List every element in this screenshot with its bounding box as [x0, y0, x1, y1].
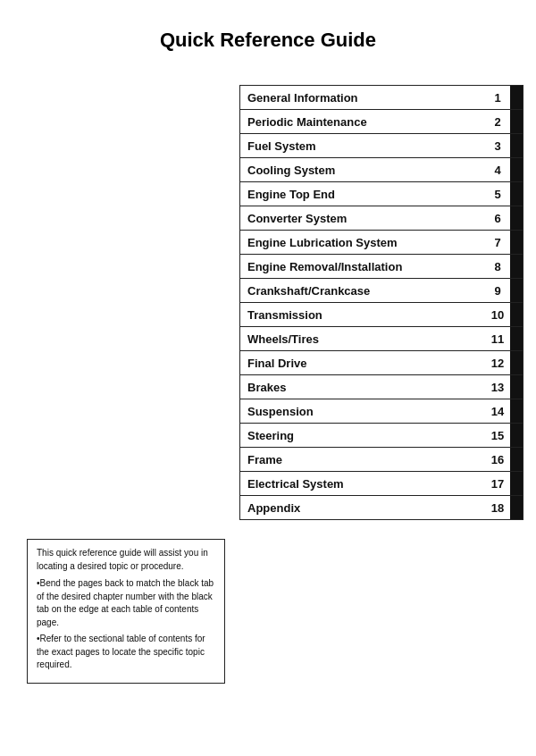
toc-label: Steering	[240, 425, 485, 446]
page-title: Quick Reference Guide	[0, 0, 536, 73]
toc-row[interactable]: Final Drive12	[239, 350, 523, 374]
toc-row[interactable]: General Information1	[239, 85, 523, 109]
toc-row[interactable]: Transmission10	[239, 302, 523, 326]
toc-tab	[510, 158, 523, 181]
toc-row[interactable]: Periodic Maintenance2	[239, 109, 523, 133]
toc-tab	[510, 182, 523, 206]
toc-tab	[510, 134, 523, 157]
toc-number: 1	[485, 88, 510, 108]
toc-tab	[510, 327, 523, 350]
toc-label: Engine Lubrication System	[240, 232, 485, 253]
toc-number: 17	[485, 474, 510, 494]
toc-label: Frame	[240, 449, 485, 470]
toc-tab	[510, 303, 523, 326]
toc-row[interactable]: Fuel System3	[239, 133, 523, 157]
toc-number: 5	[485, 184, 510, 205]
info-bullet-1: •Bend the pages back to match the black …	[37, 577, 215, 629]
toc-label: Appendix	[240, 498, 485, 518]
toc-number: 6	[485, 208, 510, 229]
toc-row[interactable]: Suspension14	[239, 399, 523, 423]
toc-label: Electrical System	[240, 474, 485, 494]
toc-row[interactable]: Brakes13	[239, 374, 523, 399]
toc-number: 7	[485, 232, 510, 253]
toc-number: 4	[485, 160, 510, 181]
toc-number: 9	[485, 281, 510, 301]
toc-label: Final Drive	[240, 353, 485, 374]
toc-row[interactable]: Engine Top End5	[239, 181, 523, 206]
toc-number: 14	[485, 401, 510, 422]
toc-number: 16	[485, 449, 510, 470]
toc-number: 3	[485, 136, 510, 156]
toc-tab	[510, 255, 523, 278]
toc-tab	[510, 351, 523, 374]
toc-label: General Information	[240, 88, 485, 108]
toc-label: Engine Removal/Installation	[240, 256, 485, 277]
toc-row[interactable]: Engine Lubrication System7	[239, 230, 523, 254]
toc-number: 10	[485, 305, 510, 325]
toc-row[interactable]: Wheels/Tires11	[239, 326, 523, 350]
toc-tab	[510, 448, 523, 471]
toc-label: Fuel System	[240, 136, 485, 156]
toc-row[interactable]: Crankshaft/Crankcase9	[239, 278, 523, 302]
toc-tab	[510, 472, 523, 495]
toc-tab	[510, 496, 523, 519]
toc-label: Periodic Maintenance	[240, 112, 485, 132]
info-main-text: This quick reference guide will assist y…	[37, 547, 215, 573]
toc-row[interactable]: Converter System6	[239, 206, 523, 230]
toc-label: Brakes	[240, 377, 485, 398]
info-box: This quick reference guide will assist y…	[27, 539, 225, 684]
toc-number: 2	[485, 112, 510, 132]
toc-number: 12	[485, 353, 510, 374]
toc-row[interactable]: Cooling System4	[239, 157, 523, 181]
toc-number: 11	[485, 329, 510, 349]
toc-row[interactable]: Appendix18	[239, 495, 523, 520]
toc-row[interactable]: Steering15	[239, 423, 523, 447]
toc-row[interactable]: Electrical System17	[239, 471, 523, 495]
toc-tab	[510, 206, 523, 230]
toc-tab	[510, 399, 523, 423]
toc-label: Converter System	[240, 208, 485, 229]
toc-tab	[510, 86, 523, 109]
toc-tab	[510, 375, 523, 399]
toc-tab	[510, 424, 523, 447]
toc-number: 15	[485, 425, 510, 446]
info-bullet-2: •Refer to the sectional table of content…	[37, 633, 215, 672]
toc-label: Crankshaft/Crankcase	[240, 281, 485, 301]
toc-label: Transmission	[240, 305, 485, 325]
toc-tab	[510, 231, 523, 254]
toc-tab	[510, 279, 523, 302]
toc-container: General Information1Periodic Maintenance…	[239, 85, 523, 520]
toc-number: 8	[485, 256, 510, 277]
toc-label: Suspension	[240, 401, 485, 422]
toc-row[interactable]: Frame16	[239, 447, 523, 471]
toc-label: Cooling System	[240, 160, 485, 181]
toc-number: 18	[485, 498, 510, 518]
toc-number: 13	[485, 377, 510, 398]
toc-tab	[510, 110, 523, 133]
toc-row[interactable]: Engine Removal/Installation8	[239, 254, 523, 278]
toc-label: Engine Top End	[240, 184, 485, 205]
toc-label: Wheels/Tires	[240, 329, 485, 349]
